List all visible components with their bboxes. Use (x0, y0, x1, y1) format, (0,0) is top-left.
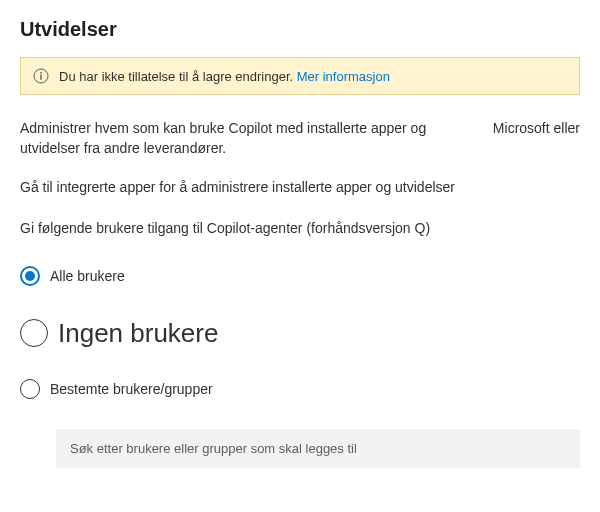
warning-text: Du har ikke tillatelse til å lagre endri… (59, 69, 390, 84)
radio-option-no-users[interactable]: Ingen brukere (20, 318, 580, 349)
radio-label: Bestemte brukere/grupper (50, 381, 213, 397)
radio-input-specific-users[interactable] (20, 379, 40, 399)
radio-input-all-users[interactable] (20, 266, 40, 286)
radio-group: Alle brukere Ingen brukere Bestemte bruk… (20, 266, 580, 468)
svg-point-1 (40, 72, 42, 74)
description-suffix: Microsoft eller (493, 119, 580, 136)
sub-description: Gå til integrerte apper for å administre… (20, 178, 580, 198)
radio-option-specific-users[interactable]: Bestemte brukere/grupper (20, 379, 580, 399)
section-label: Gi følgende brukere tilgang til Copilot-… (20, 220, 580, 236)
warning-banner: Du har ikke tillatelse til å lagre endri… (20, 57, 580, 95)
radio-label: Alle brukere (50, 268, 125, 284)
search-users-input[interactable] (56, 429, 580, 468)
main-description: Administrer hvem som kan bruke Copilot m… (20, 119, 477, 158)
radio-option-all-users[interactable]: Alle brukere (20, 266, 580, 286)
info-icon (33, 68, 49, 84)
warning-message: Du har ikke tillatelse til å lagre endri… (59, 69, 297, 84)
description-row: Administrer hvem som kan bruke Copilot m… (20, 119, 580, 158)
radio-input-no-users[interactable] (20, 319, 48, 347)
page-title: Utvidelser (20, 18, 580, 41)
svg-rect-2 (40, 74, 41, 79)
radio-label: Ingen brukere (58, 318, 218, 349)
more-info-link[interactable]: Mer informasjon (297, 69, 390, 84)
